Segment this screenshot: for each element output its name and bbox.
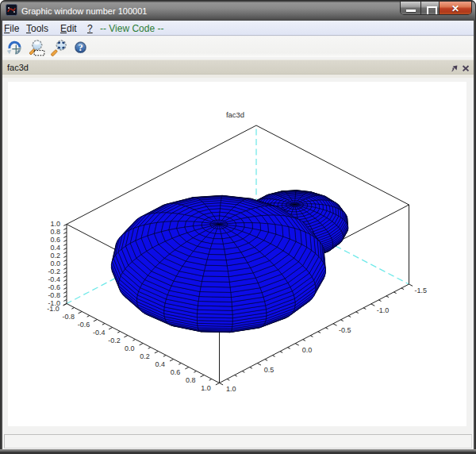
svg-text:-0.6: -0.6 [48,283,60,291]
svg-text:-1.0: -1.0 [47,305,60,313]
svg-text:-0.6: -0.6 [78,321,90,329]
svg-text:1.0: 1.0 [50,220,60,228]
svg-text:-0.5: -0.5 [339,326,351,334]
svg-text:0.5: 0.5 [264,366,274,374]
svg-text:-0.4: -0.4 [48,275,60,283]
svg-text:-0.2: -0.2 [48,267,60,275]
svg-text:0.6: 0.6 [50,236,60,244]
svg-text:-0.4: -0.4 [93,329,106,337]
svg-text:0.8: 0.8 [50,228,60,236]
svg-text:0.6: 0.6 [171,368,181,376]
svg-text:0.2: 0.2 [50,252,60,260]
svg-text:0.4: 0.4 [155,360,166,368]
svg-text:1.0: 1.0 [201,384,211,392]
svg-text:-1.5: -1.5 [415,287,428,294]
svg-text:0.4: 0.4 [50,244,60,252]
svg-text:0.8: 0.8 [186,376,196,384]
svg-text:fac3d: fac3d [226,110,244,119]
svg-text:1.0: 1.0 [226,385,236,393]
svg-text:-0.8: -0.8 [63,313,75,321]
svg-text:0.0: 0.0 [50,260,60,267]
svg-text:-0.2: -0.2 [108,337,121,344]
svg-text:-0.8: -0.8 [48,291,60,299]
svg-text:0.0: 0.0 [302,346,313,354]
svg-text:0.0: 0.0 [125,344,135,352]
svg-text:0.2: 0.2 [140,352,150,360]
svg-text:-1.0: -1.0 [377,306,390,314]
svg-text:?: ? [78,42,83,53]
